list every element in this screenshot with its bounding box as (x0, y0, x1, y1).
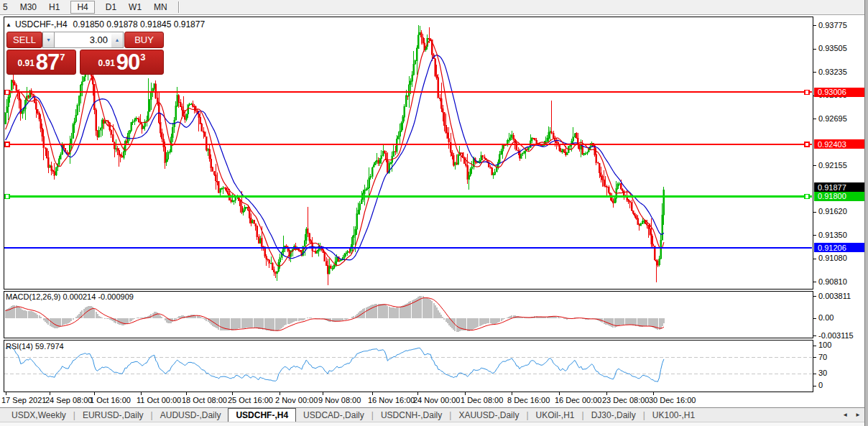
tab-audusd-daily[interactable]: AUDUSD-,Daily (153, 408, 228, 422)
rsi-indicator-label: RSI(14) 59.7974 (6, 342, 64, 351)
timeframe-button-m30[interactable]: M30 (19, 1, 38, 14)
collapse-chart-icon[interactable]: ▲ (6, 22, 11, 28)
chart-symbol-label: USDCHF-,H4 (15, 19, 68, 29)
timeframe-button-h1[interactable]: H1 (47, 1, 61, 14)
one-click-trade-panel: SELL ▼ 3.00 ▲ BUY 0.91877 0.91903 (6, 32, 164, 75)
sell-price-button[interactable]: 0.91877 (6, 50, 76, 75)
sell-price-big: 87 (36, 53, 59, 72)
rsi-line (6, 347, 664, 381)
tab-bar-strip (0, 422, 868, 426)
timeframe-button-mn[interactable]: MN (152, 1, 169, 14)
lot-increase-button[interactable]: ▲ (111, 32, 124, 48)
buy-price-prefix: 0.91 (98, 58, 114, 68)
tab-scroll-left-icon[interactable]: ◄ (842, 412, 848, 418)
timeframe-toolbar: 5M30H1H4D1W1MN (0, 0, 868, 15)
tab-ukoil-h1[interactable]: UKOil-,H1 (529, 408, 582, 422)
buy-price-button[interactable]: 0.91903 (80, 50, 164, 75)
tab-usdcad-daily[interactable]: USDCAD-,Daily (296, 408, 371, 422)
macd-histogram (6, 296, 664, 332)
tab-usdcnh-daily[interactable]: USDCNH-,Daily (374, 408, 449, 422)
tab-usdchf-h4[interactable]: USDCHF-,H4 (228, 408, 296, 422)
timeframe-button-5[interactable]: 5 (1, 1, 9, 14)
chart-ohlc-values: 0.91850 0.91878 0.91845 0.91877 (73, 19, 206, 29)
window-edge-scrollbar[interactable] (864, 0, 868, 426)
tab-scroll-arrows: ◄ ► (842, 412, 861, 418)
timeframe-button-w1[interactable]: W1 (127, 1, 143, 14)
rsi-pane-border (4, 341, 813, 392)
sell-price-prefix: 0.91 (17, 58, 34, 68)
chart-tabs: USDX,Weekly|EURUSD-,Daily|AUDUSD-,DailyU… (0, 408, 868, 422)
toolbar-separator (178, 1, 180, 13)
ma-slow-line (6, 55, 664, 260)
level-line-0.918 (4, 194, 812, 198)
buy-price-pip: 3 (140, 52, 145, 62)
chart-title: ▲USDCHF-,H40.91850 0.91878 0.91845 0.918… (6, 19, 205, 29)
buy-button[interactable]: BUY (124, 32, 164, 48)
timeframe-button-h4[interactable]: H4 (70, 1, 94, 14)
level-line-0.93006 (4, 90, 812, 94)
buy-price-big: 90 (116, 53, 139, 72)
lot-size-input[interactable]: 3.00 (55, 32, 111, 48)
macd-signal-line (6, 298, 664, 331)
chart-tab-bar: USDX,Weekly|EURUSD-,Daily|AUDUSD-,DailyU… (0, 407, 868, 426)
timeframe-button-d1[interactable]: D1 (104, 1, 118, 14)
tab-usdx-weekly[interactable]: USDX,Weekly (4, 408, 73, 422)
tab-scroll-right-icon[interactable]: ► (855, 412, 861, 418)
tab-uk100-h1[interactable]: UK100-,H1 (645, 408, 702, 422)
sell-button[interactable]: SELL (6, 32, 42, 48)
lot-decrease-button[interactable]: ▼ (42, 32, 55, 48)
macd-indicator-label: MACD(12,26,9) 0.000214 -0.000909 (6, 292, 134, 301)
tab-xauusd-daily[interactable]: XAUUSD-,Daily (451, 408, 526, 422)
sell-price-pip: 7 (60, 52, 65, 62)
tab-dj30-daily[interactable]: DJ30-,Daily (584, 408, 643, 422)
tab-eurusd-daily[interactable]: EURUSD-,Daily (75, 408, 151, 422)
